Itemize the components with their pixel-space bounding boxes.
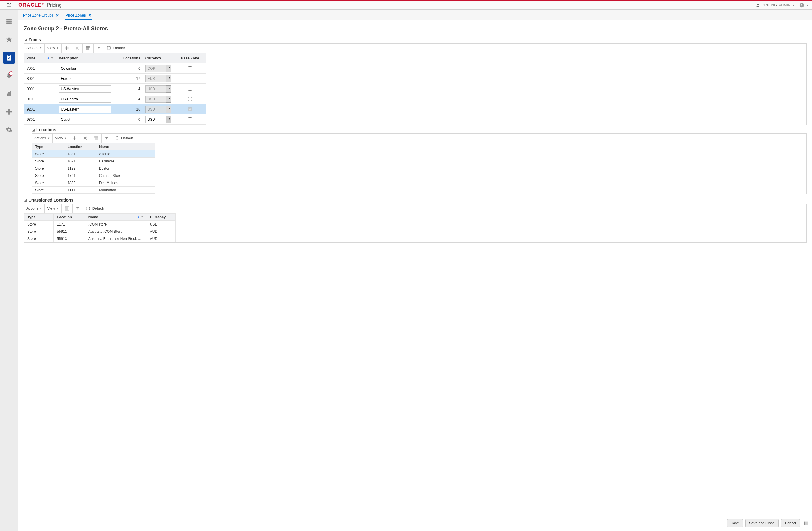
location-type-cell: Store	[32, 150, 64, 158]
cancel-button[interactable]: Cancel	[781, 519, 800, 527]
zone-description-input[interactable]	[59, 65, 111, 72]
zone-description-input[interactable]	[59, 75, 111, 82]
actions-menu[interactable]: Actions▼	[32, 134, 53, 143]
table-row[interactable]: Store55911Australia .COM StoreAUD	[24, 228, 175, 235]
base-zone-checkbox[interactable]	[188, 67, 192, 70]
zones-col-description[interactable]: Description	[56, 53, 114, 63]
export-button[interactable]	[83, 44, 94, 53]
locations-col-name[interactable]: Name	[96, 143, 155, 150]
add-icon[interactable]	[3, 106, 15, 118]
svg-marker-32	[97, 47, 101, 49]
favorites-icon[interactable]	[3, 34, 15, 46]
svg-rect-17	[8, 55, 10, 56]
help-icon[interactable]: ?	[799, 3, 804, 8]
base-zone-checkbox[interactable]	[188, 87, 192, 91]
zone-id-cell: 9301	[24, 115, 56, 124]
base-zone-checkbox[interactable]	[188, 77, 192, 80]
zones-toolbar: Actions▼ View▼	[24, 44, 806, 53]
table-row[interactable]: 920116USD	[24, 104, 206, 115]
svg-rect-21	[10, 91, 11, 96]
notifications-icon[interactable]: 1	[3, 70, 15, 82]
zone-description-input[interactable]	[59, 106, 111, 113]
table-row[interactable]: Store55913Australia Franchise Non Stock …	[24, 235, 175, 242]
tab-price-zones[interactable]: Price Zones ✕	[65, 11, 92, 20]
menu-toggle-button[interactable]	[0, 1, 18, 9]
actions-menu[interactable]: Actions▼	[24, 44, 45, 53]
detach-button[interactable]: Detach	[104, 44, 128, 53]
unassigned-type-cell: Store	[24, 235, 54, 242]
table-row[interactable]: Store1331Atlanta	[32, 150, 155, 158]
section-unassigned-toggle[interactable]: ◢ Unassigned Locations	[24, 197, 807, 203]
tasks-icon[interactable]	[3, 51, 15, 64]
unassigned-table: Type Location Name ▲▼ Currency Store1171	[24, 213, 175, 242]
unassigned-currency-cell: AUD	[147, 228, 175, 235]
zone-currency-select[interactable]: USD	[145, 116, 171, 123]
save-button[interactable]: Save	[727, 519, 743, 527]
sort-asc-icon: ▲	[47, 56, 50, 59]
location-name-cell: Des Moines	[96, 179, 155, 187]
table-row[interactable]: Store1122Boston	[32, 165, 155, 172]
close-tab-icon[interactable]: ✕	[56, 13, 59, 17]
add-row-button[interactable]	[62, 44, 72, 53]
zone-description-input[interactable]	[59, 116, 111, 123]
detach-button[interactable]: Detach	[83, 204, 107, 213]
detach-button[interactable]: Detach	[112, 134, 135, 143]
svg-rect-9	[6, 21, 8, 22]
unassigned-currency-cell: USD	[147, 221, 175, 228]
svg-rect-33	[107, 47, 111, 50]
add-row-button[interactable]	[69, 134, 80, 143]
unassigned-col-currency[interactable]: Currency	[147, 213, 175, 221]
table-row[interactable]: 70016COP	[24, 63, 206, 74]
table-row[interactable]: Store1621Baltimore	[32, 158, 155, 165]
view-menu[interactable]: View▼	[45, 44, 62, 53]
filter-button[interactable]	[73, 204, 83, 213]
table-row[interactable]: Store1761Catalog Store	[32, 172, 155, 179]
view-menu[interactable]: View▼	[45, 204, 62, 213]
zone-id-cell: 9201	[24, 104, 56, 115]
unassigned-col-location[interactable]: Location	[54, 213, 85, 221]
user-menu[interactable]: PRICING_ADMIN	[762, 3, 791, 7]
filter-button[interactable]	[102, 134, 112, 143]
locations-col-type[interactable]: Type	[32, 143, 64, 150]
zones-col-locations[interactable]: Locations	[114, 53, 143, 63]
table-row[interactable]: 800117EUR	[24, 74, 206, 84]
zones-col-currency[interactable]: Currency	[143, 53, 174, 63]
svg-rect-43	[115, 137, 118, 140]
settings-icon[interactable]	[3, 124, 15, 136]
svg-rect-49	[86, 207, 89, 210]
home-grid-icon[interactable]	[3, 16, 15, 28]
locations-col-location[interactable]: Location	[64, 143, 96, 150]
reports-icon[interactable]	[3, 88, 15, 100]
zone-description-input[interactable]	[59, 95, 111, 103]
unassigned-name-cell: Australia Franchise Non Stock Hol...	[85, 235, 147, 242]
curtain-icon[interactable]	[803, 521, 808, 526]
tabs-bar: Price Zone Groups ✕ Price Zones ✕	[18, 10, 812, 20]
delete-row-button	[72, 44, 83, 53]
zone-description-input[interactable]	[59, 85, 111, 92]
zone-currency-select: EUR	[145, 75, 171, 82]
save-and-close-button[interactable]: Save and Close	[745, 519, 779, 527]
zones-col-basezone[interactable]: Base Zone	[174, 53, 206, 63]
close-tab-icon[interactable]: ✕	[88, 13, 91, 17]
section-zones-toggle[interactable]: ◢ Zones	[24, 37, 807, 42]
table-row[interactable]: Store1833Des Moines	[32, 179, 155, 187]
base-zone-checkbox[interactable]	[188, 97, 192, 101]
svg-rect-23	[6, 111, 12, 112]
svg-rect-45	[65, 207, 69, 208]
zones-col-zone[interactable]: Zone ▲▼	[24, 53, 56, 63]
filter-button[interactable]	[94, 44, 104, 53]
section-locations-toggle[interactable]: ◢ Locations	[32, 127, 807, 132]
table-row[interactable]: Store1171.COM storeUSD	[24, 221, 175, 228]
unassigned-col-name[interactable]: Name ▲▼	[85, 213, 147, 221]
base-zone-checkbox[interactable]	[188, 117, 192, 121]
table-row[interactable]: Store1111Manhattan	[32, 187, 155, 194]
delete-row-button[interactable]	[80, 134, 90, 143]
zone-id-cell: 7001	[24, 63, 56, 74]
actions-menu[interactable]: Actions▼	[24, 204, 45, 213]
view-menu[interactable]: View▼	[53, 134, 69, 143]
table-row[interactable]: 93010USD	[24, 115, 206, 124]
table-row[interactable]: 90014USD	[24, 84, 206, 94]
table-row[interactable]: 91014USD	[24, 94, 206, 104]
tab-price-zone-groups[interactable]: Price Zone Groups ✕	[23, 11, 59, 20]
unassigned-col-type[interactable]: Type	[24, 213, 54, 221]
